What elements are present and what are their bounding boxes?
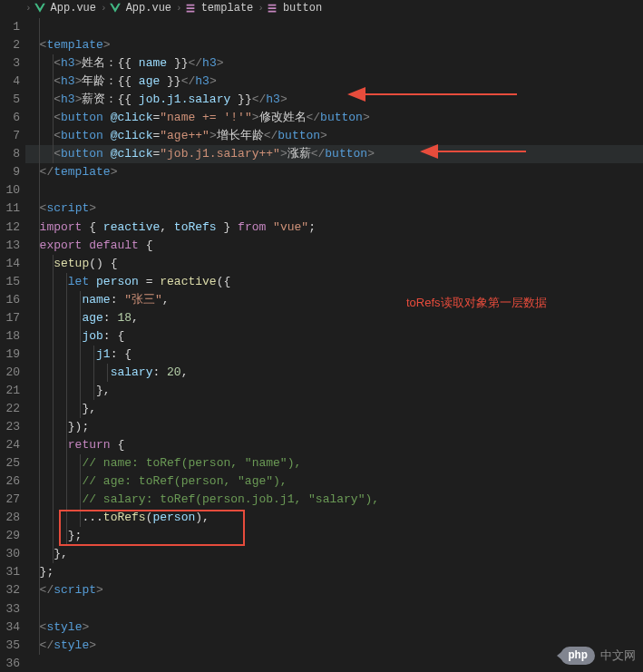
code-line: }, bbox=[25, 382, 643, 400]
code-content[interactable]: <template> <h3>姓名：{{ name }}</h3> <h3>年龄… bbox=[25, 16, 643, 672]
line-number: 32 bbox=[0, 581, 20, 599]
code-line bbox=[25, 600, 643, 618]
chevron-icon: › bbox=[25, 3, 32, 14]
watermark-logo: php bbox=[560, 647, 595, 665]
code-line: j1: { bbox=[25, 346, 643, 364]
line-number: 34 bbox=[0, 618, 20, 637]
line-number: 22 bbox=[0, 400, 20, 418]
line-number: 7 bbox=[0, 127, 20, 145]
code-line: <h3>薪资：{{ job.j1.salary }}</h3> bbox=[25, 91, 643, 109]
line-number: 13 bbox=[0, 237, 20, 255]
line-number: 36 bbox=[0, 655, 20, 672]
line-number: 31 bbox=[0, 563, 20, 581]
symbol-icon bbox=[184, 2, 197, 15]
line-number: 18 bbox=[0, 327, 20, 346]
code-line: setup() { bbox=[25, 255, 643, 273]
line-number: 24 bbox=[0, 436, 20, 454]
line-number: 6 bbox=[0, 109, 20, 127]
code-line: // age: toRef(person, "age"), bbox=[25, 472, 643, 491]
code-line: age: 18, bbox=[25, 309, 643, 327]
code-line: }, bbox=[25, 400, 643, 418]
line-gutter: 1 2 3 4 5 6 7 8 9 10 11 12 13 14 15 16 1… bbox=[0, 16, 25, 672]
line-number: 21 bbox=[0, 382, 20, 400]
line-number: 26 bbox=[0, 472, 20, 491]
line-number: 35 bbox=[0, 637, 20, 655]
breadcrumb-item[interactable]: template bbox=[201, 2, 254, 15]
line-number: 16 bbox=[0, 291, 20, 309]
line-number: 17 bbox=[0, 309, 20, 327]
code-line: return { bbox=[25, 436, 643, 454]
line-number: 11 bbox=[0, 200, 20, 218]
line-number: 14 bbox=[0, 255, 20, 273]
annotation-text: toRefs读取对象第一层数据 bbox=[406, 295, 547, 311]
code-line: }; bbox=[25, 527, 643, 545]
line-number: 8 bbox=[0, 145, 20, 163]
code-line: }, bbox=[25, 545, 643, 563]
line-number: 2 bbox=[0, 36, 20, 54]
line-number: 15 bbox=[0, 273, 20, 291]
chevron-icon: › bbox=[176, 3, 182, 14]
code-line: </template> bbox=[25, 163, 643, 181]
code-line: // salary: toRef(person.job.j1, "salary"… bbox=[25, 491, 643, 509]
line-number: 33 bbox=[0, 600, 20, 618]
line-number: 10 bbox=[0, 181, 20, 200]
code-line: <button @click="name += '!'">修改姓名</butto… bbox=[25, 109, 643, 127]
symbol-icon bbox=[266, 2, 278, 15]
line-number: 20 bbox=[0, 364, 20, 382]
chevron-icon: › bbox=[101, 3, 107, 14]
code-line: </script> bbox=[25, 581, 643, 599]
watermark-text: 中文网 bbox=[600, 648, 636, 664]
chevron-icon: › bbox=[258, 3, 264, 14]
code-line: }); bbox=[25, 418, 643, 436]
code-line: <template> bbox=[25, 36, 643, 54]
vue-file-icon bbox=[109, 2, 122, 15]
line-number: 12 bbox=[0, 219, 20, 237]
line-number: 9 bbox=[0, 163, 20, 181]
code-line bbox=[25, 181, 643, 200]
line-number: 30 bbox=[0, 545, 20, 563]
line-number: 23 bbox=[0, 418, 20, 436]
code-line: }; bbox=[25, 563, 643, 581]
line-number: 25 bbox=[0, 454, 20, 472]
code-line: salary: 20, bbox=[25, 364, 643, 382]
code-line: ...toRefs(person), bbox=[25, 509, 643, 527]
line-number: 19 bbox=[0, 346, 20, 364]
breadcrumb[interactable]: › App.vue › App.vue › template › button bbox=[0, 0, 643, 16]
line-number: 29 bbox=[0, 527, 20, 545]
code-line: </style> bbox=[25, 637, 643, 655]
code-line: <script> bbox=[25, 200, 643, 218]
code-editor[interactable]: 1 2 3 4 5 6 7 8 9 10 11 12 13 14 15 16 1… bbox=[0, 16, 643, 672]
line-number: 3 bbox=[0, 54, 20, 73]
code-line: name: "张三", bbox=[25, 291, 643, 309]
line-number: 4 bbox=[0, 73, 20, 91]
breadcrumb-item[interactable]: App.vue bbox=[126, 2, 171, 15]
code-line bbox=[25, 18, 643, 36]
code-line: <style> bbox=[25, 618, 643, 637]
code-line: // name: toRef(person, "name"), bbox=[25, 454, 643, 472]
line-number: 5 bbox=[0, 91, 20, 109]
line-number: 27 bbox=[0, 491, 20, 509]
watermark: php 中文网 bbox=[560, 647, 636, 665]
code-line: export default { bbox=[25, 237, 643, 255]
code-line: import { reactive, toRefs } from "vue"; bbox=[25, 219, 643, 237]
vue-file-icon bbox=[34, 2, 46, 15]
code-line: <button @click="job.j1.salary++">涨薪</but… bbox=[25, 145, 643, 163]
code-line: <h3>年龄：{{ age }}</h3> bbox=[25, 73, 643, 91]
code-line: <button @click="age++">增长年龄</button> bbox=[25, 127, 643, 145]
code-line: let person = reactive({ bbox=[25, 273, 643, 291]
breadcrumb-item[interactable]: App.vue bbox=[51, 2, 96, 15]
line-number: 1 bbox=[0, 18, 20, 36]
code-line: job: { bbox=[25, 327, 643, 346]
line-number: 28 bbox=[0, 509, 20, 527]
breadcrumb-item[interactable]: button bbox=[283, 2, 322, 15]
code-line: <h3>姓名：{{ name }}</h3> bbox=[25, 54, 643, 73]
